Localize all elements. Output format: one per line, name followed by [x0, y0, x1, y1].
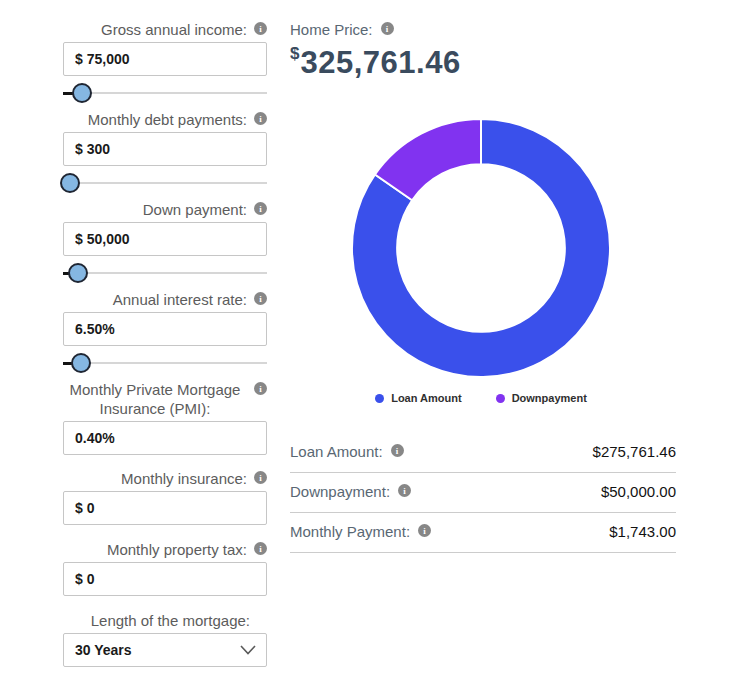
summary-row-loan-amount: Loan Amount: i $275,761.46	[290, 433, 676, 473]
summary-table: Loan Amount: i $275,761.46 Downpayment: …	[290, 433, 676, 553]
field-mortgage-length: Length of the mortgage: 30 Years	[63, 611, 267, 667]
legend-dot-loan-amount	[375, 394, 384, 403]
gross-annual-income-input[interactable]	[63, 42, 267, 76]
results-panel: Home Price: i $325,761.46 Loan Amount Do…	[290, 20, 676, 553]
field-annual-interest-rate: Annual interest rate: i	[63, 290, 267, 378]
field-pmi: Monthly Private Mortgage Insurance (PMI)…	[63, 380, 267, 455]
info-icon[interactable]: i	[254, 22, 267, 35]
down-payment-slider[interactable]	[63, 258, 267, 288]
loan-amount-label: Loan Amount:	[290, 442, 383, 461]
pmi-input[interactable]	[63, 421, 267, 455]
mortgage-length-label: Length of the mortgage:	[91, 611, 250, 630]
monthly-payment-label: Monthly Payment:	[290, 522, 410, 541]
home-price-value: $325,761.46	[290, 44, 676, 81]
summary-row-monthly-payment: Monthly Payment: i $1,743.00	[290, 513, 676, 553]
slider-handle[interactable]	[68, 263, 88, 283]
field-monthly-insurance: Monthly insurance: i	[63, 469, 267, 525]
legend-item-loan-amount[interactable]: Loan Amount	[375, 392, 461, 404]
info-icon[interactable]: i	[398, 484, 411, 497]
monthly-property-tax-label: Monthly property tax:	[107, 540, 247, 559]
mortgage-length-select[interactable]: 30 Years	[63, 633, 267, 667]
legend-item-downpayment[interactable]: Downpayment	[496, 392, 587, 404]
slider-track	[63, 92, 267, 94]
slider-track	[63, 272, 267, 274]
field-monthly-property-tax: Monthly property tax: i	[63, 540, 267, 596]
info-icon[interactable]: i	[254, 542, 267, 555]
info-icon[interactable]: i	[254, 292, 267, 305]
monthly-debt-payments-input[interactable]	[63, 132, 267, 166]
field-monthly-debt-payments: Monthly debt payments: i	[63, 110, 267, 198]
downpayment-label: Downpayment:	[290, 482, 390, 501]
down-payment-label: Down payment:	[143, 200, 247, 219]
summary-row-downpayment: Downpayment: i $50,000.00	[290, 473, 676, 513]
field-down-payment: Down payment: i	[63, 200, 267, 288]
legend-dot-downpayment	[496, 394, 505, 403]
monthly-insurance-label: Monthly insurance:	[121, 469, 247, 488]
monthly-debt-payments-slider[interactable]	[63, 168, 267, 198]
info-icon[interactable]: i	[254, 382, 267, 395]
field-gross-annual-income: Gross annual income: i	[63, 20, 267, 108]
info-icon[interactable]: i	[381, 22, 394, 35]
info-icon[interactable]: i	[254, 471, 267, 484]
annual-interest-rate-label: Annual interest rate:	[113, 290, 247, 309]
legend-label: Downpayment	[512, 392, 587, 404]
donut-chart-svg	[350, 117, 612, 379]
info-icon[interactable]: i	[418, 524, 431, 537]
slider-track	[63, 362, 267, 364]
monthly-property-tax-input[interactable]	[63, 562, 267, 596]
gross-annual-income-slider[interactable]	[63, 78, 267, 108]
calculator-form: Gross annual income: i Monthly debt paym…	[63, 20, 267, 669]
chart-legend: Loan Amount Downpayment	[350, 392, 612, 404]
home-price-currency: $	[290, 44, 299, 63]
gross-annual-income-label: Gross annual income:	[101, 20, 247, 39]
info-icon[interactable]: i	[254, 112, 267, 125]
monthly-payment-value: $1,743.00	[609, 522, 676, 541]
info-icon[interactable]: i	[391, 444, 404, 457]
slider-handle[interactable]	[60, 173, 80, 193]
slider-handle[interactable]	[72, 83, 92, 103]
monthly-debt-payments-label: Monthly debt payments:	[88, 110, 247, 129]
annual-interest-rate-input[interactable]	[63, 312, 267, 346]
monthly-insurance-input[interactable]	[63, 491, 267, 525]
pmi-label: Monthly Private Mortgage Insurance (PMI)…	[63, 380, 247, 418]
info-icon[interactable]: i	[254, 202, 267, 215]
down-payment-input[interactable]	[63, 222, 267, 256]
downpayment-value: $50,000.00	[601, 482, 676, 501]
loan-amount-value: $275,761.46	[593, 442, 676, 461]
slider-handle[interactable]	[71, 353, 91, 373]
home-price-label: Home Price:	[290, 20, 373, 39]
home-price-number: 325,761.46	[300, 45, 460, 80]
annual-interest-rate-slider[interactable]	[63, 348, 267, 378]
slider-track	[63, 182, 267, 184]
donut-chart: Loan Amount Downpayment	[350, 117, 612, 404]
legend-label: Loan Amount	[391, 392, 461, 404]
